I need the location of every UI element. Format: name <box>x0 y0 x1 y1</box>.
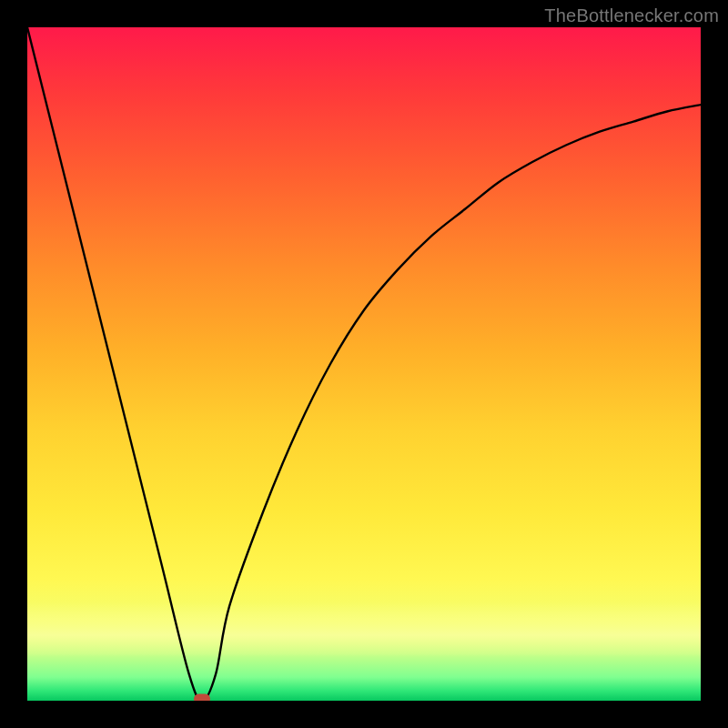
attribution-label: TheBottlenecker.com <box>544 5 719 26</box>
plot-area <box>27 27 701 701</box>
optimum-marker <box>194 694 210 702</box>
chart-frame: TheBottlenecker.com <box>0 0 728 728</box>
bottleneck-curve <box>27 27 701 701</box>
